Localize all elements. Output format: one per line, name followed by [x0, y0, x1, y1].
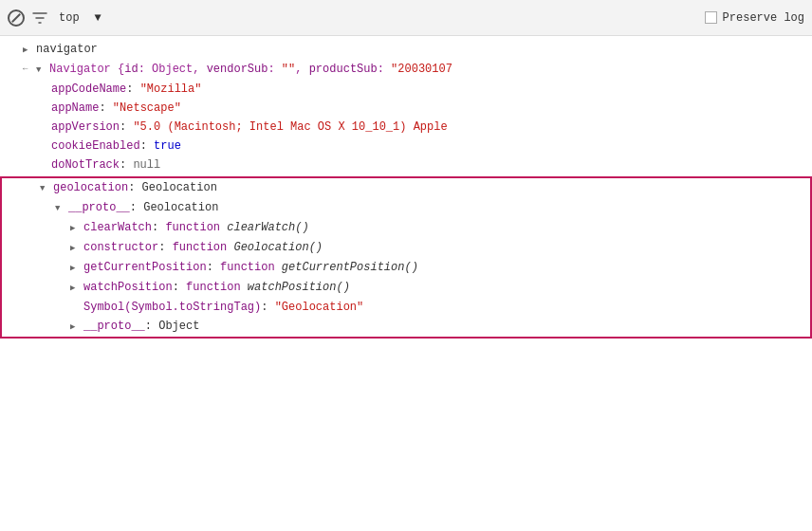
list-item[interactable]: doNotTrack: null: [0, 156, 812, 174]
line-text: Symbol(Symbol.toStringTag): "Geolocation…: [83, 299, 363, 316]
line-text: __proto__: Geolocation: [68, 199, 218, 216]
line-text: appCodeName: "Mozilla": [51, 81, 201, 98]
expand-arrow[interactable]: [23, 41, 36, 59]
list-item[interactable]: constructor: function Geolocation(): [2, 238, 810, 258]
line-text: clearWatch: function clearWatch(): [83, 219, 309, 236]
filter-icon: [32, 10, 47, 26]
line-text: constructor: function Geolocation(): [83, 239, 323, 256]
line-text: cookieEnabled: true: [51, 137, 181, 155]
list-item[interactable]: Symbol(Symbol.toStringTag): "Geolocation…: [2, 298, 810, 317]
expand-arrow[interactable]: [70, 259, 83, 277]
list-item[interactable]: appCodeName: "Mozilla": [0, 80, 812, 99]
preserve-log-label: Preserve log: [723, 11, 804, 25]
console-content: navigator ← Navigator {id: Object, vendo…: [0, 36, 812, 344]
list-item[interactable]: clearWatch: function clearWatch(): [2, 218, 810, 238]
preserve-log-container: Preserve log: [705, 11, 804, 25]
list-item[interactable]: navigator: [0, 40, 812, 60]
highlighted-geolocation-section: geolocation: Geolocation __proto__: Geol…: [0, 176, 812, 339]
list-item[interactable]: __proto__: Object: [2, 317, 810, 337]
list-item[interactable]: getCurrentPosition: function getCurrentP…: [2, 258, 810, 278]
expand-arrow[interactable]: [55, 199, 68, 217]
expand-arrow[interactable]: [40, 179, 53, 197]
line-text: doNotTrack: null: [51, 156, 160, 174]
preserve-log-checkbox[interactable]: [705, 11, 717, 24]
line-text: Navigator {id: Object, vendorSub: "", pr…: [49, 61, 452, 78]
list-item[interactable]: geolocation: Geolocation: [2, 178, 810, 198]
line-text: appVersion: "5.0 (Macintosh; Intel Mac O…: [51, 119, 448, 136]
list-item[interactable]: cookieEnabled: true: [0, 137, 812, 156]
line-text: getCurrentPosition: function getCurrentP…: [83, 259, 418, 276]
list-item[interactable]: watchPosition: function watchPosition(): [2, 278, 810, 298]
expand-arrow[interactable]: [70, 318, 83, 336]
context-dropdown-arrow[interactable]: ▼: [95, 11, 102, 25]
clear-console-button[interactable]: [8, 9, 25, 27]
expand-arrow[interactable]: [70, 219, 83, 237]
line-text: watchPosition: function watchPosition(): [83, 279, 350, 296]
line-text: geolocation: Geolocation: [53, 179, 217, 196]
context-selector[interactable]: top: [55, 9, 83, 27]
expand-arrow[interactable]: [70, 279, 83, 297]
expand-arrow[interactable]: [36, 61, 49, 79]
list-item[interactable]: ← Navigator {id: Object, vendorSub: "", …: [0, 60, 812, 80]
line-text: appName: "Netscape": [51, 100, 181, 117]
console-toolbar: top ▼ Preserve log: [0, 0, 812, 36]
list-item[interactable]: appName: "Netscape": [0, 99, 812, 118]
list-item[interactable]: __proto__: Geolocation: [2, 198, 810, 218]
line-text: __proto__: Object: [83, 318, 199, 335]
back-arrow-icon: ←: [23, 61, 36, 78]
list-item[interactable]: appVersion: "5.0 (Macintosh; Intel Mac O…: [0, 118, 812, 137]
line-text: navigator: [36, 41, 98, 58]
expand-arrow[interactable]: [70, 239, 83, 257]
